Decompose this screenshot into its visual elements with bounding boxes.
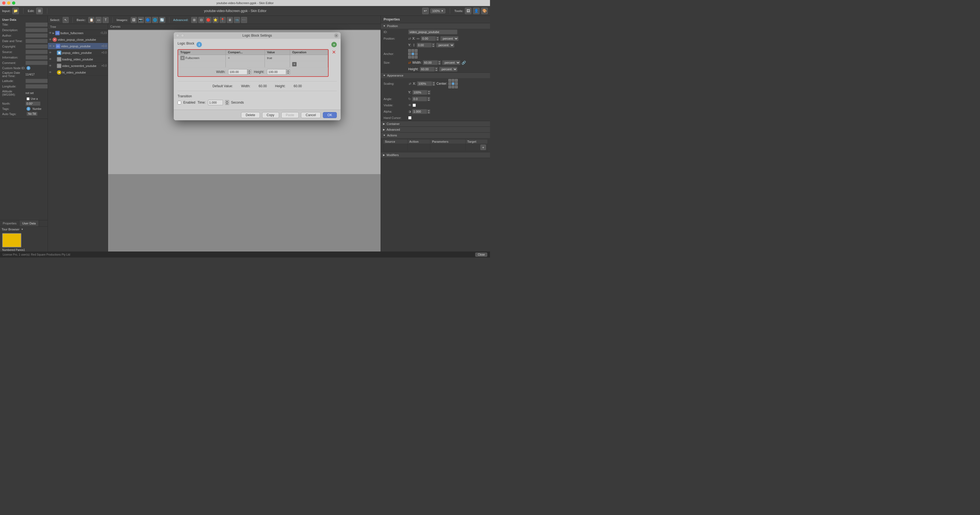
anchor-bl[interactable]: [408, 56, 411, 59]
add-row-btn[interactable]: +: [292, 62, 297, 67]
maximize-button[interactable]: [12, 2, 15, 5]
y-input[interactable]: [417, 43, 432, 48]
enabled-checkbox[interactable]: [178, 101, 181, 105]
width-up-btn[interactable]: ▲: [247, 70, 251, 72]
x-input[interactable]: [421, 36, 436, 41]
height-input[interactable]: [420, 67, 435, 71]
modal-info-icon[interactable]: i: [196, 42, 202, 47]
arrow-tool-btn[interactable]: ↖: [63, 17, 69, 23]
modal-add-row-btn[interactable]: +: [331, 42, 337, 47]
description-input[interactable]: [25, 28, 48, 32]
appearance-section-header[interactable]: ▼ Appearance: [381, 73, 490, 78]
width-unit-select[interactable]: percent: [442, 60, 460, 65]
tree-item-ht-video[interactable]: 👁 ★ ht_video_youtube: [48, 69, 108, 76]
information-input[interactable]: [25, 55, 48, 60]
anchor-tl[interactable]: [408, 49, 411, 52]
tree-item-screentint[interactable]: 👁 ▭ video_screentint_youtube ×0.0: [48, 63, 108, 69]
c-bl[interactable]: [449, 86, 451, 88]
adv-tool7[interactable]: 📹: [234, 17, 240, 23]
alpha-up[interactable]: ▲: [427, 109, 430, 111]
tool1-btn[interactable]: 🖼: [465, 8, 471, 14]
height-input[interactable]: [267, 69, 286, 74]
copy-btn[interactable]: Copy: [262, 112, 279, 118]
c-mr[interactable]: [455, 82, 458, 85]
x-up[interactable]: ▲: [436, 36, 439, 38]
tool2-btn[interactable]: 👤: [473, 8, 480, 14]
adv-tool1[interactable]: ⊞: [191, 17, 197, 23]
angle-down[interactable]: ▼: [427, 99, 430, 101]
c-tc[interactable]: [452, 79, 455, 82]
remove-logic-btn[interactable]: ✕: [331, 49, 337, 55]
c-br[interactable]: [455, 86, 458, 88]
modifiers-section-header[interactable]: ▶ Modifiers: [381, 152, 490, 158]
height-down[interactable]: ▼: [435, 69, 438, 71]
c-tr[interactable]: [455, 79, 458, 82]
tree-item-button-fullscreen[interactable]: 👁 ▶ ▭ button_fullscreen ↑0,23: [48, 30, 108, 36]
sy-up[interactable]: ▲: [427, 90, 431, 92]
img-tool4[interactable]: 🌐: [152, 17, 158, 23]
basic-tool1[interactable]: 📋: [88, 17, 94, 23]
tree-item-video-popup[interactable]: 👁 ▼ ▭ video_popup_youtube ×0.0: [48, 43, 108, 49]
scale-x-input[interactable]: [417, 81, 432, 86]
anchor-br[interactable]: [415, 56, 417, 59]
adv-tool3[interactable]: 🔴: [205, 17, 212, 23]
window-controls[interactable]: [2, 2, 15, 5]
angle-input[interactable]: [412, 97, 427, 101]
time-up-btn[interactable]: ▲: [225, 100, 229, 103]
copyright-input[interactable]: [25, 44, 48, 49]
x-unit-select[interactable]: percent pixels: [440, 36, 458, 41]
angle-up[interactable]: ▲: [427, 97, 430, 99]
width-input[interactable]: [423, 60, 438, 65]
minimize-button[interactable]: [7, 2, 10, 5]
tree-item-popup-video[interactable]: 👁 ▣ popup_video_youtube ×0.0: [48, 49, 108, 56]
custom-node-info-icon[interactable]: i: [27, 66, 30, 70]
basic-tool3[interactable]: T: [103, 17, 109, 23]
sy-down[interactable]: ▼: [427, 92, 431, 95]
scale-y-input[interactable]: [412, 90, 427, 95]
pano-thumbnail[interactable]: [2, 233, 21, 247]
adv-tool5[interactable]: 📍: [220, 17, 226, 23]
user-data-tab[interactable]: User Data: [19, 220, 39, 227]
north-input[interactable]: [25, 101, 40, 106]
adv-tool6[interactable]: 🖥: [227, 17, 233, 23]
anchor-grid[interactable]: [408, 49, 417, 59]
source-input[interactable]: [25, 50, 48, 54]
title-input[interactable]: [25, 22, 48, 27]
c-bc[interactable]: [452, 86, 455, 88]
close-status-btn[interactable]: Close: [475, 253, 487, 257]
y-up[interactable]: ▲: [432, 43, 435, 45]
position-section-header[interactable]: ▼ Position: [381, 23, 490, 29]
comment-input[interactable]: [25, 61, 48, 65]
actions-add-btn[interactable]: +: [480, 144, 486, 150]
img-tool3[interactable]: 🔵: [145, 17, 151, 23]
anchor-tc[interactable]: [412, 49, 414, 52]
width-up[interactable]: ▲: [438, 60, 441, 63]
img-tool1[interactable]: 🖼: [131, 17, 137, 23]
c-tl[interactable]: [449, 79, 451, 82]
advanced-section-header[interactable]: ▶ Advanced: [381, 127, 490, 132]
height-up-btn[interactable]: ▲: [286, 70, 290, 72]
y-down[interactable]: ▼: [432, 45, 435, 47]
tree-item-video-close[interactable]: 👁 ✕ video_popup_close_youtube: [48, 36, 108, 43]
container-section-header[interactable]: ▶ Container: [381, 121, 490, 127]
height-down-btn[interactable]: ▼: [286, 72, 290, 74]
link-chain-icon[interactable]: 🔗: [461, 61, 466, 65]
delete-btn[interactable]: Delete: [241, 112, 260, 118]
visible-checkbox[interactable]: [412, 104, 416, 107]
ok-btn[interactable]: OK: [323, 112, 337, 118]
actions-section-header[interactable]: ▼ Actions: [381, 133, 490, 138]
c-mc[interactable]: [452, 82, 455, 85]
tree-item-loading[interactable]: 👁 ▭ loading_video_youtube: [48, 56, 108, 63]
img-tool5[interactable]: 🔄: [159, 17, 165, 23]
x-down[interactable]: ▼: [436, 38, 439, 41]
y-unit-select[interactable]: percent pixels: [436, 43, 455, 48]
zoom-control[interactable]: 100% ▼: [430, 8, 445, 13]
anchor-tr[interactable]: [415, 49, 417, 52]
anchor-mc[interactable]: [412, 52, 414, 55]
alpha-down[interactable]: ▼: [427, 111, 430, 114]
anchor-ml[interactable]: [408, 52, 411, 55]
adv-tool8[interactable]: ➖: [241, 17, 247, 23]
input-icon-btn[interactable]: 📁: [12, 8, 19, 14]
row-del-btn[interactable]: ✕: [180, 56, 185, 60]
properties-tab[interactable]: Properties: [0, 220, 19, 227]
